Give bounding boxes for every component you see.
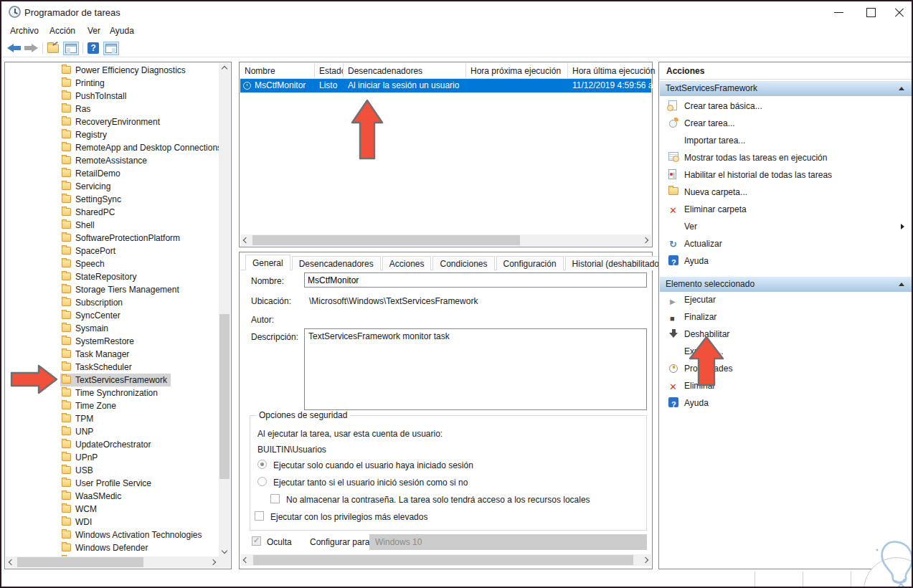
checkbox-oculta[interactable] bbox=[252, 536, 261, 546]
tree-item[interactable]: Registry bbox=[6, 128, 219, 141]
collapse-icon[interactable] bbox=[899, 283, 904, 286]
tree-item[interactable]: UpdateOrchestrator bbox=[6, 438, 219, 451]
tree-item[interactable]: Windows Activation Technologies bbox=[6, 528, 219, 541]
action-item[interactable]: Ejecutar bbox=[660, 293, 912, 307]
tree-item[interactable]: SpacePort bbox=[6, 245, 219, 257]
scroll-right-icon[interactable] bbox=[643, 237, 648, 243]
menu-accion[interactable]: Acción bbox=[49, 26, 75, 36]
tree-item[interactable]: SystemRestore bbox=[6, 335, 219, 348]
tree-item[interactable]: WaaSMedic bbox=[6, 490, 219, 503]
scroll-down-icon[interactable] bbox=[222, 548, 227, 554]
scroll-right-icon[interactable] bbox=[210, 559, 216, 565]
task-list-horizontal-scrollbar[interactable] bbox=[240, 234, 651, 246]
action-item[interactable]: Eliminar carpeta bbox=[660, 202, 912, 217]
action-item[interactable]: Ver bbox=[660, 219, 912, 234]
tree-item[interactable]: User Profile Service bbox=[6, 477, 219, 490]
props-hscroll-thumb[interactable] bbox=[253, 555, 633, 565]
descripcion-textarea[interactable]: TextServicesFramework monitor task bbox=[304, 328, 647, 410]
action-item[interactable]: Ayuda bbox=[660, 396, 912, 410]
action-item[interactable]: Importar tarea... bbox=[660, 133, 912, 148]
scroll-left-icon[interactable] bbox=[243, 237, 249, 243]
tree-item[interactable]: RemoteAssistance bbox=[6, 154, 219, 167]
collapse-icon[interactable] bbox=[899, 87, 904, 90]
tree-item[interactable]: Sysmain bbox=[6, 322, 219, 335]
action-item[interactable]: Nueva carpeta... bbox=[660, 185, 912, 199]
show-action-pane-icon[interactable] bbox=[103, 42, 119, 55]
help-icon[interactable] bbox=[87, 42, 99, 54]
tab-condiciones[interactable]: Condiciones bbox=[432, 256, 494, 270]
tree-item[interactable]: UNP bbox=[6, 425, 219, 438]
checkbox-no-password[interactable] bbox=[270, 494, 280, 503]
tab-acciones[interactable]: Acciones bbox=[382, 256, 432, 270]
tree-item[interactable]: SharedPC bbox=[6, 206, 219, 219]
menu-ayuda[interactable]: Ayuda bbox=[110, 26, 134, 36]
scroll-right-icon[interactable] bbox=[643, 557, 648, 563]
action-item[interactable]: Crear tarea básica... bbox=[660, 99, 912, 113]
action-item[interactable]: Finalizar bbox=[660, 310, 912, 324]
tree-item[interactable]: TPM bbox=[6, 412, 219, 425]
tree-item[interactable]: UPnP bbox=[6, 451, 219, 464]
scroll-up-icon[interactable] bbox=[222, 66, 227, 72]
actions-section-header[interactable]: Elemento seleccionado bbox=[660, 277, 912, 292]
tree-item[interactable]: SettingSync bbox=[6, 193, 219, 206]
action-item[interactable]: Mostrar todas las tareas en ejecución bbox=[660, 151, 912, 165]
tree-item[interactable]: WDI bbox=[6, 516, 219, 528]
actions-section-header[interactable]: TextServicesFramework bbox=[660, 81, 912, 96]
task-list-hscroll-thumb[interactable] bbox=[252, 235, 520, 245]
column-header[interactable]: Hora próxima ejecución bbox=[466, 63, 568, 79]
tab-desencadenadores[interactable]: Desencadenadores bbox=[292, 256, 381, 270]
column-header[interactable]: Estado bbox=[315, 63, 344, 79]
tree-horizontal-scrollbar[interactable] bbox=[6, 556, 219, 568]
tree-item[interactable]: Subscription bbox=[6, 296, 219, 309]
action-item[interactable]: Ayuda bbox=[660, 254, 912, 268]
radio-run-any[interactable] bbox=[257, 477, 267, 486]
tree-item[interactable]: RecoveryEnvironment bbox=[6, 115, 219, 128]
scroll-left-icon[interactable] bbox=[9, 559, 14, 565]
scroll-left-icon[interactable] bbox=[243, 557, 249, 563]
column-header[interactable]: Nombre bbox=[240, 63, 315, 79]
tree-item[interactable]: Storage Tiers Management bbox=[6, 283, 219, 296]
action-item[interactable]: Actualizar bbox=[660, 237, 912, 251]
menu-archivo[interactable]: Archivo bbox=[10, 26, 39, 36]
tree-item[interactable]: Windows Defender bbox=[6, 541, 219, 554]
tree-item[interactable]: USB bbox=[6, 464, 219, 477]
props-horizontal-scrollbar[interactable] bbox=[240, 554, 651, 566]
radio-run-logged-in[interactable] bbox=[257, 460, 267, 469]
tab-configuración[interactable]: Configuración bbox=[496, 256, 564, 270]
tab-general[interactable]: General bbox=[245, 255, 290, 270]
tree-item[interactable]: PushToInstall bbox=[6, 90, 219, 103]
menu-ver[interactable]: Ver bbox=[87, 26, 100, 36]
show-console-tree-icon[interactable] bbox=[63, 42, 79, 55]
tree-item[interactable]: RetailDemo bbox=[6, 167, 219, 180]
tree-item[interactable]: WCM bbox=[6, 503, 219, 516]
action-item[interactable]: Crear tarea... bbox=[660, 116, 912, 131]
action-item[interactable]: Habilitar el historial de todas las tare… bbox=[660, 168, 912, 182]
tree-item[interactable]: Servicing bbox=[6, 180, 219, 193]
export-list-icon[interactable] bbox=[47, 44, 59, 53]
tree-item[interactable]: Printing bbox=[6, 77, 219, 90]
forward-icon[interactable] bbox=[24, 44, 38, 52]
maximize-icon[interactable] bbox=[856, 1, 885, 23]
checkbox-privileges[interactable] bbox=[255, 511, 264, 521]
task-row-msctfmonitor[interactable]: MsCtfMonitorListoAl iniciar la sesión un… bbox=[240, 79, 651, 93]
tab-historial[interactable]: Historial (deshabilitado) bbox=[565, 256, 669, 270]
nombre-input[interactable] bbox=[304, 272, 647, 288]
column-header[interactable]: Desencadenadores bbox=[344, 63, 466, 79]
tree-hscroll-thumb[interactable] bbox=[17, 557, 143, 567]
tree-vertical-scrollbar[interactable] bbox=[219, 63, 230, 556]
tree-vscroll-thumb[interactable] bbox=[219, 314, 230, 479]
back-icon[interactable] bbox=[7, 44, 21, 52]
configurar-para-select[interactable]: Windows 10 bbox=[369, 534, 647, 550]
tree-item[interactable]: Speech bbox=[6, 257, 219, 270]
tree-item[interactable]: Power Efficiency Diagnostics bbox=[6, 64, 219, 77]
tree-item[interactable]: RemoteApp and Desktop Connections bbox=[6, 141, 219, 154]
tree-item[interactable]: Shell bbox=[6, 219, 219, 232]
minimize-icon[interactable] bbox=[825, 1, 853, 23]
tree-item[interactable]: Ras bbox=[6, 103, 219, 115]
tree-item[interactable]: SoftwareProtectionPlatform bbox=[6, 232, 219, 245]
close-icon[interactable] bbox=[885, 1, 913, 23]
tree-item[interactable]: SyncCenter bbox=[6, 309, 219, 322]
tree-item[interactable]: Task Manager bbox=[6, 348, 219, 361]
tree-item[interactable]: StateRepository bbox=[6, 270, 219, 283]
tree-item[interactable]: Time Zone bbox=[6, 399, 219, 412]
